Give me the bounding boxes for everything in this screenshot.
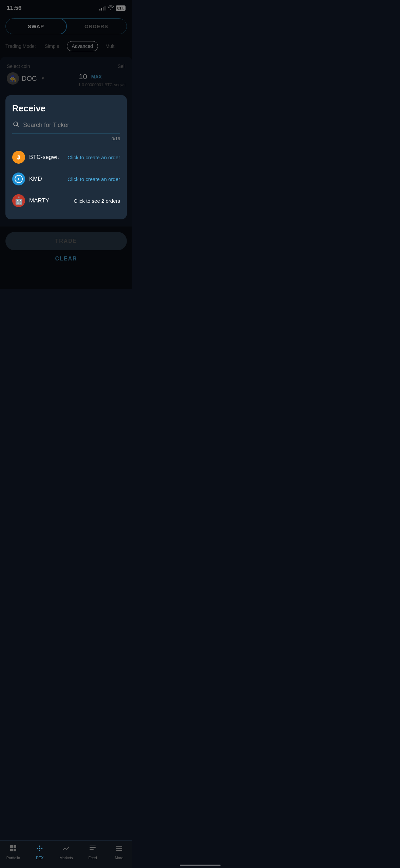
search-row — [12, 121, 120, 133]
kmd-name: KMD — [29, 176, 42, 182]
kmd-action[interactable]: Click to create an order — [68, 176, 120, 182]
svg-point-0 — [18, 178, 20, 180]
list-item[interactable]: BTC-segwit Click to create an order — [12, 147, 120, 168]
marty-name: MARTY — [29, 197, 49, 204]
btc-segwit-name: BTC-segwit — [29, 154, 59, 161]
search-counter: 0/16 — [12, 136, 120, 141]
marty-avatar: 🤖 — [12, 194, 25, 207]
list-item[interactable]: 🤖 MARTY Click to see 2 orders — [12, 190, 120, 211]
btc-segwit-avatar — [12, 151, 25, 164]
search-icon — [12, 121, 20, 130]
kmd-icon-inner — [15, 175, 23, 183]
btc-segwit-action[interactable]: Click to create an order — [68, 155, 120, 160]
kmd-avatar — [12, 173, 25, 185]
modal-title: Receive — [12, 103, 120, 114]
receive-modal: Receive 0/16 BTC-segwit Click to create … — [5, 95, 127, 219]
marty-action[interactable]: Click to see 2 orders — [74, 198, 120, 204]
list-item[interactable]: KMD Click to create an order — [12, 168, 120, 189]
coin-list: BTC-segwit Click to create an order KMD … — [12, 147, 120, 211]
search-input[interactable] — [23, 122, 120, 129]
